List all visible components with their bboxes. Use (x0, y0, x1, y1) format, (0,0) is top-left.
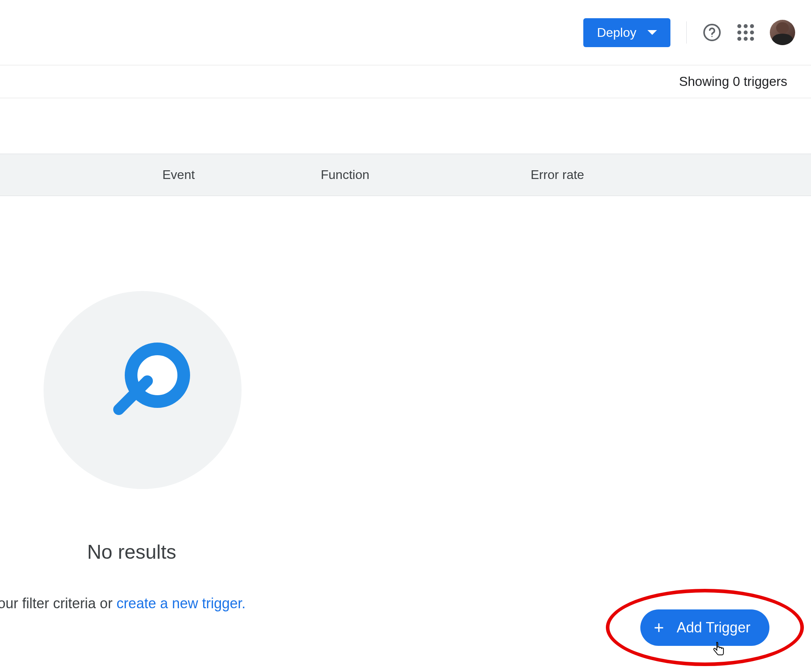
create-trigger-link[interactable]: create a new trigger. (116, 595, 246, 611)
plus-icon: + (654, 619, 664, 636)
add-trigger-highlight: + Add Trigger (606, 589, 804, 666)
magnifier-icon (103, 343, 190, 430)
no-results-title: No results (87, 541, 811, 563)
column-function[interactable]: Function (321, 168, 531, 182)
add-trigger-label: Add Trigger (677, 619, 750, 636)
empty-state-circle (44, 291, 242, 489)
deploy-button[interactable]: Deploy (583, 18, 670, 47)
status-bar: Showing 0 triggers (0, 65, 811, 98)
column-event[interactable]: Event (162, 168, 321, 182)
apps-grid-icon[interactable] (737, 24, 754, 41)
trigger-count-text: Showing 0 triggers (679, 74, 787, 89)
deploy-label: Deploy (597, 25, 636, 40)
vertical-divider (686, 21, 687, 44)
column-error-rate[interactable]: Error rate (531, 168, 689, 182)
svg-point-0 (704, 25, 720, 40)
svg-point-1 (711, 36, 712, 37)
user-avatar[interactable] (770, 20, 795, 45)
cursor-hand-icon (711, 642, 726, 661)
hint-prefix: sting your filter criteria or (0, 595, 116, 611)
caret-down-icon (647, 30, 657, 35)
add-trigger-button[interactable]: + Add Trigger (640, 609, 769, 646)
filter-row-spacer (0, 98, 811, 154)
help-icon[interactable] (702, 23, 722, 42)
empty-state: No results sting your filter criteria or… (0, 291, 811, 612)
header-bar: Deploy (0, 0, 811, 65)
table-header: yment Event Function Error rate (0, 154, 811, 196)
column-deployment[interactable]: yment (0, 168, 162, 182)
